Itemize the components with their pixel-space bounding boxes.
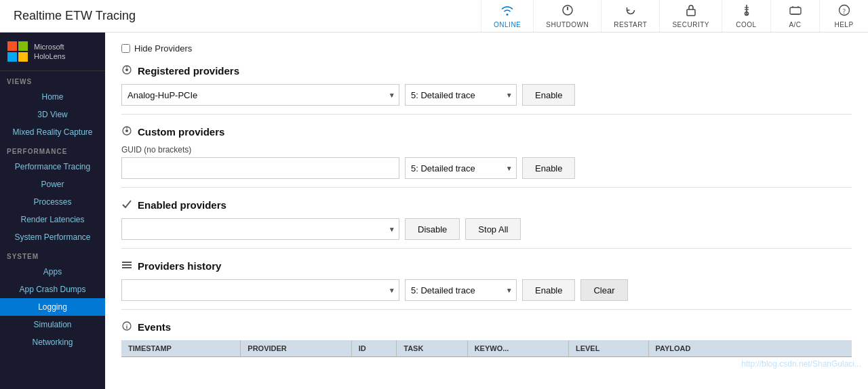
topbar-shutdown[interactable]: SHUTDOWN [533, 0, 601, 32]
events-table: TIMESTAMP PROVIDER ID TASK KEYWO... LEVE… [121, 340, 852, 357]
history-provider-select-wrap: ▾ [121, 279, 399, 301]
sidebar-section-performance: PERFORMANCE [0, 141, 105, 158]
svg-point-18 [125, 68, 128, 71]
custom-providers-header: Custom providers [121, 125, 852, 138]
restart-icon [625, 4, 637, 20]
sidebar-item-logging[interactable]: Logging [0, 298, 105, 316]
shutdown-icon [561, 4, 574, 20]
sidebar-item-apps[interactable]: Apps [0, 263, 105, 281]
watermark: http://blog.csdn.net/ShanGulaci... [741, 359, 861, 369]
topbar-online[interactable]: ONLINE [481, 0, 533, 32]
sidebar: Microsoft HoloLens VIEWS Home 3D View Mi… [0, 33, 105, 389]
custom-enable-button[interactable]: Enable [522, 157, 575, 179]
hide-providers-label[interactable]: Hide Providers [134, 43, 192, 54]
sidebar-item-home[interactable]: Home [0, 88, 105, 106]
security-label: SECURITY [672, 21, 709, 28]
history-provider-select[interactable] [121, 279, 399, 301]
cool-label: COOL [736, 21, 756, 28]
main-content: Hide Providers Registered providers Anal… [105, 33, 868, 389]
page-title: Realtime ETW Tracing [0, 0, 481, 32]
hide-providers-checkbox[interactable] [121, 44, 130, 53]
svg-rect-24 [122, 264, 132, 266]
topbar-security[interactable]: SECURITY [659, 0, 722, 32]
sidebar-section-views: VIEWS [0, 71, 105, 88]
history-clear-button[interactable]: Clear [580, 279, 627, 301]
sidebar-item-simulation[interactable]: Simulation [0, 316, 105, 333]
svg-text:i: i [126, 323, 128, 330]
svg-text:?: ? [842, 7, 846, 14]
topbar: Realtime ETW Tracing ONLINE SHUTDOWN RES… [0, 0, 868, 33]
registered-providers-header: Registered providers [121, 64, 852, 77]
sidebar-item-mixed-reality-capture[interactable]: Mixed Reality Capture [0, 123, 105, 141]
svg-rect-15 [7, 52, 17, 62]
svg-rect-2 [687, 9, 695, 16]
svg-rect-23 [122, 262, 132, 263]
custom-providers-form: 5: Detailed trace 1: Critical 2: Error 3… [121, 157, 852, 179]
sidebar-item-3d-view[interactable]: 3D View [0, 106, 105, 123]
history-level-select[interactable]: 5: Detailed trace 1: Critical 2: Error 3… [405, 279, 517, 301]
col-timestamp: TIMESTAMP [121, 340, 241, 357]
topbar-restart[interactable]: RESTART [601, 0, 659, 32]
guid-label: GUID (no brackets) [121, 145, 852, 155]
topbar-help[interactable]: ? HELP [819, 0, 868, 32]
events-icon: i [121, 321, 132, 333]
enabled-provider-select[interactable] [121, 218, 399, 240]
registered-level-select-wrap: 5: Detailed trace 1: Critical 2: Error 3… [405, 84, 517, 106]
layout: Microsoft HoloLens VIEWS Home 3D View Mi… [0, 33, 868, 389]
logo-line2: HoloLens [34, 52, 65, 61]
logo-line1: Microsoft [34, 42, 65, 52]
col-keywords: KEYWO... [467, 340, 568, 357]
online-label: ONLINE [494, 21, 521, 28]
svg-rect-25 [122, 267, 132, 268]
security-icon [686, 4, 696, 20]
stop-all-button[interactable]: Stop All [465, 218, 521, 240]
registered-level-select[interactable]: 5: Detailed trace 1: Critical 2: Error 3… [405, 84, 517, 106]
events-header: i Events [121, 321, 852, 333]
events-title: Events [138, 321, 171, 333]
aic-icon [789, 4, 802, 20]
svg-rect-14 [18, 41, 28, 51]
history-enable-button[interactable]: Enable [522, 279, 575, 301]
col-payload: PAYLOAD [648, 340, 852, 357]
aic-label: A/C [789, 21, 801, 28]
svg-rect-7 [790, 7, 801, 14]
sidebar-item-performance-tracing[interactable]: Performance Tracing [0, 158, 105, 176]
col-provider: PROVIDER [241, 340, 351, 357]
topbar-actions: ONLINE SHUTDOWN RESTART SECURITY COOL [481, 0, 868, 32]
guid-input[interactable] [121, 157, 399, 179]
sidebar-item-power[interactable]: Power [0, 176, 105, 193]
enabled-providers-title: Enabled providers [138, 199, 226, 211]
custom-level-select[interactable]: 5: Detailed trace 1: Critical 2: Error 3… [405, 157, 517, 179]
providers-history-form: ▾ 5: Detailed trace 1: Critical 2: Error… [121, 279, 852, 301]
topbar-aic[interactable]: A/C [770, 0, 819, 32]
sidebar-logo: Microsoft HoloLens [0, 33, 105, 71]
col-id: ID [351, 340, 397, 357]
registered-providers-icon [121, 64, 132, 77]
registered-enable-button[interactable]: Enable [522, 84, 575, 106]
microsoft-logo-icon [7, 41, 28, 62]
cool-icon [742, 4, 751, 20]
registered-provider-select[interactable]: Analog-HuP-PCIe [121, 84, 399, 106]
providers-history-header: Providers history [121, 260, 852, 272]
disable-button[interactable]: Disable [405, 218, 460, 240]
topbar-cool[interactable]: COOL [722, 0, 770, 32]
sidebar-item-networking[interactable]: Networking [0, 333, 105, 351]
registered-provider-select-wrap: Analog-HuP-PCIe ▾ [121, 84, 399, 106]
registered-providers-title: Registered providers [138, 65, 239, 77]
events-table-header: TIMESTAMP PROVIDER ID TASK KEYWO... LEVE… [121, 340, 852, 357]
sidebar-item-system-performance[interactable]: System Performance [0, 228, 105, 246]
col-task: TASK [397, 340, 467, 357]
svg-rect-13 [7, 41, 17, 51]
sidebar-item-processes[interactable]: Processes [0, 193, 105, 211]
custom-providers-title: Custom providers [138, 126, 224, 138]
hide-providers-row: Hide Providers [121, 43, 852, 54]
sidebar-item-app-crash-dumps[interactable]: App Crash Dumps [0, 281, 105, 298]
help-label: HELP [834, 21, 853, 28]
col-level: LEVEL [568, 340, 648, 357]
custom-level-select-wrap: 5: Detailed trace 1: Critical 2: Error 3… [405, 157, 517, 179]
enabled-providers-form: ▾ Disable Stop All [121, 218, 852, 240]
sidebar-item-render-latencies[interactable]: Render Latencies [0, 211, 105, 228]
restart-label: RESTART [614, 21, 647, 28]
shutdown-label: SHUTDOWN [546, 21, 589, 28]
help-icon: ? [838, 4, 850, 20]
